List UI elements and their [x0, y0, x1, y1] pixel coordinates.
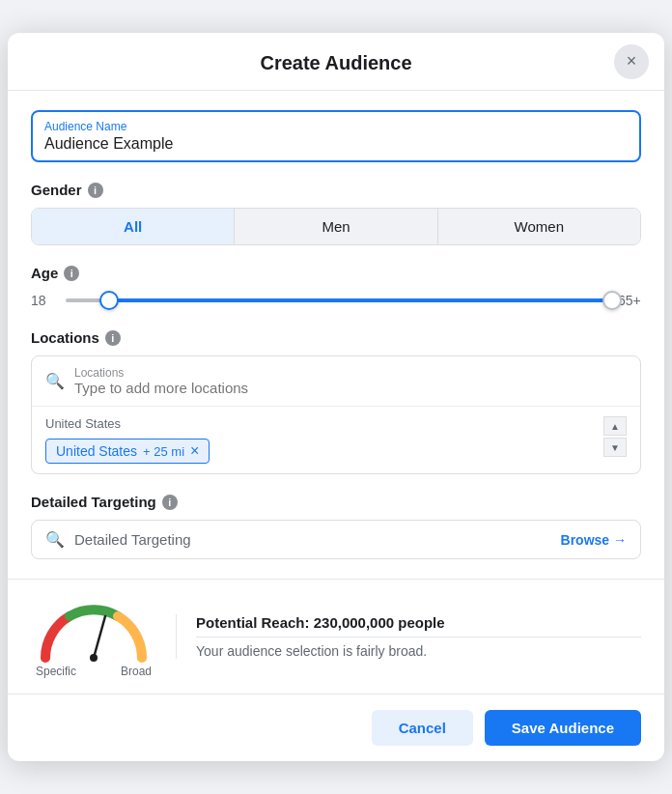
- scroll-down-arrow[interactable]: ▼: [603, 438, 627, 457]
- location-search-input[interactable]: [74, 380, 627, 396]
- gender-label: Gender i: [31, 182, 641, 198]
- svg-line-0: [94, 616, 105, 658]
- audience-name-input[interactable]: [44, 135, 628, 153]
- reach-description: Your audience selection is fairly broad.: [196, 643, 641, 659]
- targeting-label: Detailed Targeting i: [31, 494, 641, 510]
- targeting-info-icon[interactable]: i: [162, 495, 178, 510]
- locations-box: 🔍 Locations United States United States …: [31, 355, 641, 474]
- gauge-labels: Specific Broad: [36, 665, 152, 678]
- location-tag-text: United States: [56, 443, 137, 459]
- save-audience-button[interactable]: Save Audience: [485, 710, 641, 746]
- reach-title: Potential Reach: 230,000,000 people: [196, 614, 641, 631]
- close-button[interactable]: ×: [614, 44, 649, 79]
- targeting-section: Detailed Targeting i 🔍 Detailed Targetin…: [31, 494, 641, 559]
- slider-thumb-left[interactable]: [99, 291, 119, 310]
- gender-men-button[interactable]: Men: [235, 209, 437, 244]
- age-info-icon[interactable]: i: [64, 266, 79, 281]
- gender-info-icon[interactable]: i: [88, 183, 103, 198]
- gauge-container: Specific Broad: [31, 595, 156, 678]
- location-tags-area: United States United States + 25 mi × ▲ …: [32, 407, 640, 473]
- audience-name-label: Audience Name: [44, 120, 628, 133]
- gauge-svg: [36, 595, 152, 663]
- gauge-broad-label: Broad: [121, 665, 152, 678]
- location-tag-suffix: + 25 mi: [143, 444, 184, 459]
- reach-area: Specific Broad Potential Reach: 230,000,…: [8, 579, 664, 694]
- age-label: Age i: [31, 265, 641, 281]
- gender-women-button[interactable]: Women: [438, 209, 640, 244]
- age-min-label: 18: [31, 293, 54, 308]
- modal-title: Create Audience: [260, 52, 411, 74]
- scroll-arrows: ▲ ▼: [603, 416, 627, 457]
- age-section: Age i 18 65+: [31, 265, 641, 310]
- gauge-specific-label: Specific: [36, 665, 76, 678]
- age-row: 18 65+: [31, 291, 641, 310]
- locations-info-icon[interactable]: i: [105, 330, 121, 346]
- modal-body: Audience Name Gender i All Men Women Age…: [8, 91, 664, 579]
- slider-thumb-right[interactable]: [602, 291, 622, 310]
- location-tag-remove[interactable]: ×: [190, 443, 199, 459]
- age-max-label: 65+: [618, 293, 641, 308]
- slider-track-fill: [114, 298, 606, 302]
- gender-all-button[interactable]: All: [32, 209, 235, 244]
- browse-button[interactable]: Browse →: [561, 532, 627, 548]
- locations-label: Locations i: [31, 329, 641, 346]
- reach-info: Potential Reach: 230,000,000 people Your…: [176, 614, 641, 659]
- modal-header: Create Audience ×: [8, 33, 664, 91]
- locations-section: Locations i 🔍 Locations United States: [31, 329, 641, 474]
- create-audience-modal: Create Audience × Audience Name Gender i…: [8, 33, 664, 761]
- targeting-placeholder: Detailed Targeting: [74, 531, 191, 548]
- targeting-box: 🔍 Detailed Targeting Browse →: [31, 520, 641, 559]
- location-sub-label: United States: [45, 416, 603, 431]
- targeting-search-icon: 🔍: [45, 530, 65, 549]
- audience-name-field: Audience Name: [31, 110, 641, 162]
- location-search-row: 🔍 Locations: [32, 356, 640, 407]
- gender-section: Gender i All Men Women: [31, 182, 641, 245]
- modal-footer: Cancel Save Audience: [8, 694, 664, 761]
- location-search-field-label: Locations: [74, 366, 627, 380]
- scroll-up-arrow[interactable]: ▲: [603, 416, 627, 436]
- location-tag-us: United States + 25 mi ×: [45, 439, 210, 464]
- age-slider[interactable]: [66, 291, 606, 310]
- svg-point-1: [90, 654, 98, 662]
- gender-button-group: All Men Women: [31, 208, 641, 245]
- location-search-icon: 🔍: [45, 372, 65, 390]
- cancel-button[interactable]: Cancel: [372, 710, 473, 746]
